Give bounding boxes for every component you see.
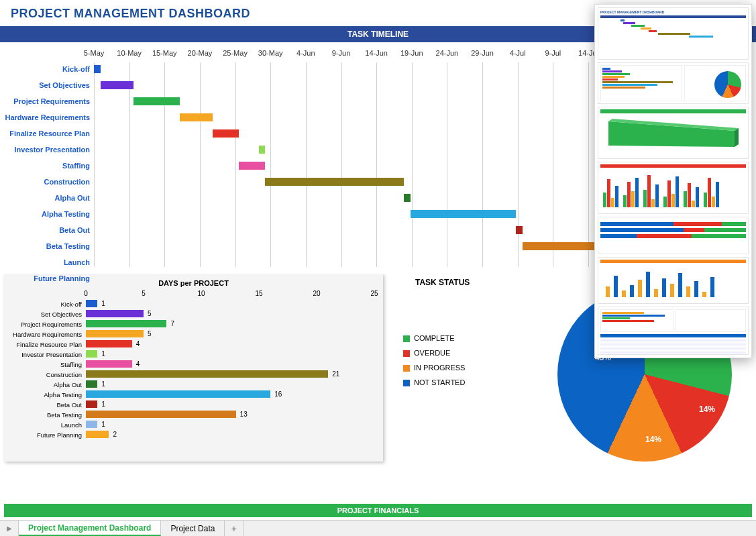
gantt-bar	[411, 210, 516, 218]
thumb-table[interactable]	[598, 307, 749, 355]
legend-swatch	[403, 380, 410, 386]
gantt-row: Construction	[0, 175, 588, 191]
svg-rect-9	[631, 191, 635, 207]
gantt-row: Launch	[0, 256, 588, 272]
svg-rect-27	[606, 286, 610, 297]
tab-add-button[interactable]: +	[225, 521, 244, 536]
svg-rect-34	[662, 278, 666, 297]
gantt-task-label: Staffing	[0, 162, 90, 170]
svg-rect-4	[607, 179, 610, 207]
svg-rect-3	[603, 193, 606, 207]
tab-prev-icon[interactable]: ▶	[0, 521, 19, 536]
gantt-date-tick: 10-May	[117, 49, 142, 57]
days-row: Set Objectives5	[12, 309, 375, 319]
thumb-stacked[interactable]	[598, 217, 749, 254]
thumb-gantt[interactable]: PROJECT MANAGEMENT DASHBOARD	[598, 7, 749, 60]
days-label: Set Objectives	[12, 311, 82, 318]
svg-rect-22	[696, 187, 699, 207]
days-value: 21	[332, 370, 339, 378]
days-label: Construction	[12, 371, 82, 378]
days-value: 1	[101, 300, 105, 307]
gantt-date-tick: 5-May	[84, 49, 105, 57]
days-value: 2	[113, 431, 117, 438]
svg-rect-38	[694, 281, 698, 297]
days-bar	[86, 300, 97, 307]
svg-rect-35	[670, 284, 674, 297]
svg-rect-36	[678, 273, 682, 297]
gantt-date-tick: 25-May	[223, 49, 248, 57]
days-bar	[86, 411, 236, 418]
days-row: Beta Testing13	[12, 410, 375, 420]
tab-dashboard[interactable]: Project Management Dashboard	[19, 521, 161, 536]
days-label: Future Planning	[12, 431, 82, 439]
gantt-date-tick: 9-Jun	[332, 49, 351, 57]
svg-rect-30	[630, 285, 634, 297]
thumb-columns[interactable]	[598, 162, 749, 214]
days-per-project-chart: DAYS per PROJECT 0510152025 Kick-off1Set…	[4, 274, 383, 462]
days-label: Kick-off	[12, 301, 82, 308]
days-label: Investor Presentation	[12, 351, 82, 358]
days-value: 1	[101, 421, 105, 428]
svg-rect-15	[663, 197, 667, 207]
svg-rect-39	[702, 292, 706, 297]
gantt-row: Staffing	[0, 159, 588, 175]
gantt-bar	[101, 81, 133, 89]
svg-rect-10	[635, 178, 639, 207]
gantt-date-tick: 29-Jun	[471, 49, 494, 57]
svg-rect-28	[614, 276, 618, 297]
days-bar	[86, 330, 144, 337]
legend-swatch	[403, 350, 410, 357]
gantt-date-tick: 24-Jun	[436, 49, 459, 57]
svg-rect-25	[712, 197, 715, 207]
template-thumbnail-strip[interactable]: PROJECT MANAGEMENT DASHBOARD	[594, 4, 752, 358]
legend-swatch	[403, 335, 410, 342]
svg-rect-5	[611, 198, 614, 207]
gantt-task-label: Alpha Testing	[0, 210, 90, 218]
gantt-task-label: Investor Presentation	[0, 146, 90, 154]
gantt-bar	[259, 146, 266, 154]
thumb-bars-pie[interactable]	[598, 62, 749, 104]
days-label: Alpha Out	[12, 381, 82, 388]
svg-rect-23	[704, 193, 707, 207]
legend-item: OVERDUE	[403, 349, 465, 357]
gantt-row: Investor Presentation	[0, 143, 588, 159]
svg-rect-7	[623, 195, 627, 207]
gantt-bar	[516, 226, 523, 234]
days-axis-tick: 5	[142, 290, 146, 297]
svg-rect-16	[667, 180, 671, 207]
days-label: Hardware Requirements	[12, 331, 82, 338]
financials-header: PROJECT FINANCIALS	[4, 504, 752, 517]
gantt-bar	[94, 65, 101, 73]
thumb-orange-cols[interactable]	[598, 257, 749, 304]
days-value: 4	[136, 360, 140, 368]
svg-rect-17	[671, 194, 675, 207]
gantt-task-label: Kick-off	[0, 65, 90, 73]
days-bar	[86, 421, 97, 428]
thumb-3d-green[interactable]	[598, 107, 749, 159]
days-axis-tick: 20	[313, 290, 320, 297]
gantt-row: Project Requirements	[0, 95, 588, 111]
gantt-bar	[133, 97, 180, 105]
sheet-tabs: ▶ Project Management Dashboard Project D…	[0, 520, 756, 536]
gantt-task-label: Set Objectives	[0, 81, 90, 89]
days-label: Alpha Testing	[12, 391, 82, 398]
days-row: Project Requirements7	[12, 319, 375, 329]
svg-rect-14	[655, 184, 659, 207]
days-row: Hardware Requirements5	[12, 329, 375, 339]
svg-rect-19	[684, 191, 687, 207]
tab-project-data[interactable]: Project Data	[161, 521, 225, 536]
gantt-date-tick: 9-Jul	[545, 49, 561, 57]
gantt-row: Alpha Testing	[0, 207, 588, 223]
days-label: Finalize Resource Plan	[12, 341, 82, 348]
svg-rect-11	[643, 190, 647, 207]
gantt-row: Beta Out	[0, 223, 588, 239]
gantt-row: Kick-off	[0, 62, 588, 78]
days-axis-tick: 15	[255, 290, 262, 297]
days-bar	[86, 431, 109, 438]
svg-rect-18	[676, 176, 679, 207]
days-value: 1	[101, 400, 105, 408]
legend-swatch	[403, 365, 410, 372]
gantt-bar	[180, 113, 213, 121]
days-row: Launch1	[12, 420, 375, 430]
svg-rect-32	[646, 272, 650, 297]
